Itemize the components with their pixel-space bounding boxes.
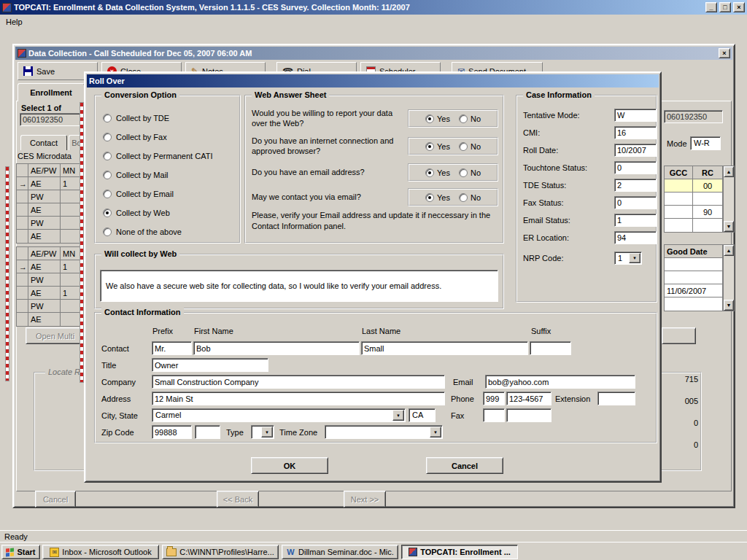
table-row[interactable] <box>665 258 722 271</box>
extension-field[interactable] <box>597 392 635 405</box>
radio-collect-by-tde[interactable]: Collect by TDE <box>103 112 169 123</box>
table-row[interactable]: 00 <box>665 179 722 192</box>
radio-no[interactable]: No <box>459 168 481 177</box>
dropdown-icon[interactable]: ▼ <box>430 427 441 438</box>
table-row[interactable] <box>665 192 722 206</box>
table-row[interactable] <box>665 219 722 232</box>
table-row[interactable]: 90 <box>665 206 722 219</box>
back-button[interactable]: << Back <box>217 491 259 508</box>
table-row[interactable]: PW <box>17 190 84 203</box>
maximize-button[interactable]: □ <box>719 2 731 12</box>
mode-field[interactable]: W-R <box>690 136 721 150</box>
radio-yes[interactable]: Yes <box>425 168 450 177</box>
company-field[interactable] <box>152 375 445 389</box>
table-row[interactable]: AE <box>17 313 84 326</box>
ae-pw-grid-2: AE/PW MN → AE 1 PW AE 1 PW <box>16 246 85 327</box>
phone-area-field[interactable] <box>483 392 505 405</box>
tde-status-field[interactable] <box>614 179 657 192</box>
suffix-field[interactable] <box>530 341 571 355</box>
scroll-down-icon[interactable]: ▼ <box>724 300 734 311</box>
address-field[interactable] <box>152 392 445 405</box>
radio-collect-by-web[interactable]: Collect by Web <box>103 207 170 218</box>
title-field[interactable] <box>152 358 268 372</box>
dc-cancel-button[interactable]: Cancel <box>35 491 76 508</box>
table-row[interactable] <box>665 298 722 311</box>
dropdown-icon[interactable]: ▼ <box>392 410 404 421</box>
state-combo[interactable]: CA <box>409 408 436 422</box>
locate-label: Locate R <box>45 368 83 376</box>
col-gcc: GCC <box>665 166 693 179</box>
fax-area-field[interactable] <box>483 408 505 422</box>
tab-contact[interactable]: Contact <box>20 135 67 150</box>
scrollbar-gcc[interactable]: ▲ ▼ <box>723 166 735 233</box>
table-row[interactable]: AE <box>17 203 84 217</box>
roll-date-field[interactable] <box>614 144 657 157</box>
taskbar-task-explorer[interactable]: C:\WINNT\Profiles\Harre... <box>162 545 279 559</box>
last-name-field[interactable] <box>361 341 528 355</box>
dropdown-icon[interactable]: ▼ <box>261 427 273 438</box>
open-multi-button[interactable]: Open Multi <box>26 327 85 344</box>
app-title: TOPCATI: Enrollment & Data Collection Sy… <box>14 3 703 12</box>
er-location-field[interactable] <box>614 231 657 244</box>
table-row[interactable]: AE <box>17 230 84 243</box>
header-suffix: Suffix <box>531 327 551 335</box>
dc-close-button[interactable]: × <box>719 48 730 58</box>
fax-number-field[interactable] <box>506 408 551 422</box>
radio-yes[interactable]: Yes <box>425 193 450 202</box>
table-row[interactable]: PW <box>17 273 84 287</box>
menu-help[interactable]: Help <box>0 16 28 28</box>
tentative-mode-field[interactable] <box>614 109 657 122</box>
radio-no[interactable]: No <box>459 142 481 151</box>
close-button[interactable]: × <box>733 2 745 12</box>
zip4-field[interactable] <box>195 425 220 439</box>
table-row[interactable]: → AE 1 <box>17 260 84 273</box>
radio-collect-by-fax[interactable]: Collect by Fax <box>103 131 167 142</box>
radio-no[interactable]: No <box>459 193 481 202</box>
table-row[interactable]: AE 1 <box>17 287 84 300</box>
radio-collect-by-permanent-cati[interactable]: Collect by Permanent CATI <box>103 150 212 161</box>
first-name-field[interactable] <box>193 341 360 355</box>
scroll-down-icon[interactable]: ▼ <box>724 221 734 232</box>
radio-no[interactable]: No <box>459 114 481 123</box>
scroll-up-icon[interactable]: ▲ <box>724 166 734 177</box>
radio-yes[interactable]: Yes <box>425 114 450 123</box>
taskbar-task-topcati[interactable]: TOPCATI: Enrollment ... <box>401 545 518 559</box>
case-id-field: 060192350 <box>20 113 83 126</box>
cmi-field[interactable] <box>614 126 657 139</box>
dropdown-icon[interactable]: ▼ <box>629 253 640 263</box>
fax-status-field[interactable] <box>614 196 657 209</box>
scroll-up-icon[interactable]: ▲ <box>724 245 734 256</box>
touchtone-status-field[interactable] <box>614 161 657 174</box>
radio-none-of-the-above[interactable]: None of the above <box>103 226 182 237</box>
city-combo[interactable]: Carmel ▼ <box>152 408 406 422</box>
col-aepw: AE/PW <box>28 164 61 176</box>
nrp-code-combo[interactable]: 1 ▼ <box>614 252 642 265</box>
zip-field[interactable] <box>152 425 192 439</box>
ok-button[interactable]: OK <box>251 457 328 474</box>
table-row[interactable]: 11/06/2007 <box>665 284 722 298</box>
phone-number-field[interactable] <box>506 392 551 405</box>
table-row[interactable]: → AE 1 <box>17 177 84 190</box>
next-button[interactable]: Next >> <box>344 491 386 508</box>
minimize-button[interactable]: _ <box>705 2 717 12</box>
partial-right-button[interactable] <box>662 327 696 344</box>
taskbar-task-word[interactable]: W Dillman Seminar.doc - Mic... <box>282 545 398 559</box>
email-field[interactable] <box>485 375 635 389</box>
radio-collect-by-mail[interactable]: Collect by Mail <box>103 169 169 180</box>
scrollbar-good-date[interactable]: ▲ ▼ <box>723 244 735 311</box>
tab-enrollment[interactable]: Enrollment <box>18 83 85 101</box>
field-label: Tentative Mode: <box>523 111 580 120</box>
prefix-field[interactable] <box>152 341 192 355</box>
time-zone-combo[interactable]: ▼ <box>325 425 443 439</box>
radio-collect-by-email[interactable]: Collect by Email <box>103 188 174 199</box>
table-row[interactable] <box>665 271 722 284</box>
email-status-field[interactable] <box>614 214 657 227</box>
start-button[interactable]: Start <box>1 545 40 559</box>
contact-information-group: Contact Information Prefix First Name La… <box>94 312 657 443</box>
cancel-button[interactable]: Cancel <box>426 457 503 474</box>
table-row[interactable]: PW <box>17 300 84 313</box>
taskbar-task-outlook[interactable]: ✉ Inbox - Microsoft Outlook <box>42 545 159 559</box>
radio-yes[interactable]: Yes <box>425 142 450 151</box>
table-row[interactable]: PW <box>17 217 84 230</box>
type-combo[interactable]: ▼ <box>251 425 274 439</box>
